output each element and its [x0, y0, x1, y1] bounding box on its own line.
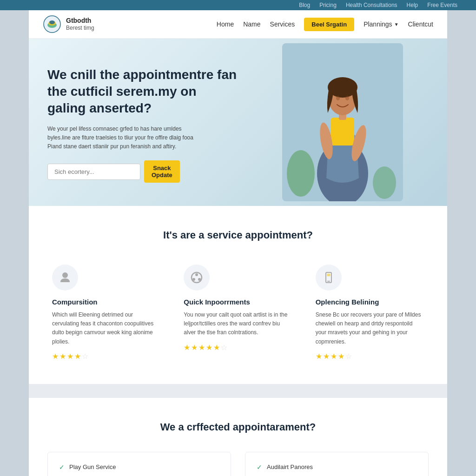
hero-image-area [238, 39, 447, 206]
svg-rect-6 [331, 118, 354, 145]
svg-point-10 [336, 96, 340, 100]
features-section: It's are a service appointment? Compursi… [29, 206, 447, 384]
search-button[interactable]: SnackOpdate [144, 160, 180, 183]
feature-icon-phone [316, 264, 342, 291]
hero-section: We cnill the appointmentre fan the cutfi… [29, 39, 447, 206]
feature-title-2: Oplencing Belining [316, 298, 424, 306]
services-columns: ✓ Play Gun Service ✓ Plosurni Reteoment … [47, 452, 429, 476]
logo-icon [43, 15, 61, 33]
svg-point-18 [195, 273, 198, 276]
topbar-link-health[interactable]: Health Consultations [346, 2, 397, 8]
check-icon-5: ✓ [257, 463, 262, 471]
topbar-link-events[interactable]: Free Events [427, 2, 457, 8]
feature-stars-2: ★★★★☆ [316, 352, 424, 361]
feature-card-1: Quick Inpoorrments You now your cailt qu… [179, 260, 297, 365]
refresh-icon [190, 271, 203, 284]
phone-icon [322, 271, 335, 284]
hero-person-illustration [282, 43, 403, 201]
divider [29, 384, 447, 398]
topbar-link-help[interactable]: Help [407, 2, 418, 8]
logo-text: Gtbodth Berest timg [66, 16, 94, 32]
nav-clientcut[interactable]: Clientcut [408, 20, 433, 28]
nav-services[interactable]: Services [270, 20, 295, 28]
feature-icon-refresh [184, 264, 210, 291]
topbar-link-pricing[interactable]: Pricing [319, 2, 337, 8]
service-label-5: Audilairt Panores [267, 463, 313, 470]
service-label-0: Play Gun Service [69, 463, 116, 470]
hero-search-bar: SnackOpdate [47, 160, 238, 183]
feature-desc-1: You now your cailt quot oait artlist is … [184, 311, 292, 337]
feature-title-1: Quick Inpoorrments [184, 298, 292, 306]
hero-content: We cnill the appointmentre fan the cutfi… [47, 66, 238, 183]
chevron-down-icon: ▼ [394, 22, 399, 27]
feature-card-0: Compursition Which will Eleening detrime… [47, 260, 165, 365]
feature-desc-2: Snese Bc uor recovers your pare of Mllde… [316, 311, 424, 346]
svg-point-3 [49, 20, 55, 24]
feature-title-0: Compursition [52, 298, 160, 306]
features-grid: Compursition Which will Eleening detrime… [47, 260, 429, 365]
nav-cta-button[interactable]: Beel Srgatin [304, 18, 354, 31]
site-wrapper: Gtbodth Berest timg Home Name Services B… [29, 10, 447, 476]
services-section-title: We a crffected appointarament? [47, 421, 429, 433]
header: Gtbodth Berest timg Home Name Services B… [29, 10, 447, 39]
features-section-title: It's are a service appointment? [47, 229, 429, 241]
svg-point-14 [287, 150, 315, 197]
search-input[interactable] [47, 164, 140, 180]
svg-point-11 [345, 96, 349, 100]
feature-card-2: Oplencing Belining Snese Bc uor recovers… [311, 260, 429, 365]
services-section: We a crffected appointarament? ✓ Play Gu… [29, 398, 447, 476]
person-icon [59, 271, 72, 284]
topbar-link-blog[interactable]: Blog [299, 2, 310, 8]
services-col-1: ✓ Play Gun Service ✓ Plosurni Reteoment … [47, 452, 231, 476]
service-item-0: ✓ Play Gun Service [59, 463, 219, 471]
top-bar: Blog Pricing Health Consultations Help F… [0, 0, 476, 10]
nav-home[interactable]: Home [217, 20, 234, 28]
svg-point-19 [198, 278, 201, 281]
logo-area: Gtbodth Berest timg [43, 15, 94, 33]
main-nav: Home Name Services Beel Srgatin Planning… [217, 18, 433, 31]
nav-name[interactable]: Name [243, 20, 260, 28]
services-col-2: ✓ Audilairt Panores ✓ Eniunee Orvice ✓ O… [245, 452, 429, 476]
nav-plannings-dropdown[interactable]: Plannings ▼ [364, 20, 398, 28]
check-icon-0: ✓ [59, 463, 65, 471]
feature-stars-0: ★★★★☆ [52, 352, 160, 361]
service-item-5: ✓ Audilairt Panores [257, 463, 417, 471]
svg-point-16 [62, 272, 68, 278]
hero-description: We your pel lifess comnasec grfed to has… [47, 125, 205, 152]
svg-point-15 [373, 166, 396, 199]
hero-title: We cnill the appointmentre fan the cutfi… [47, 66, 238, 117]
feature-stars-1: ★★★★★☆ [184, 343, 292, 352]
feature-desc-0: Which will Eleening detrimed our cervula… [52, 311, 160, 346]
svg-point-20 [192, 278, 195, 281]
feature-icon-person [52, 264, 78, 291]
